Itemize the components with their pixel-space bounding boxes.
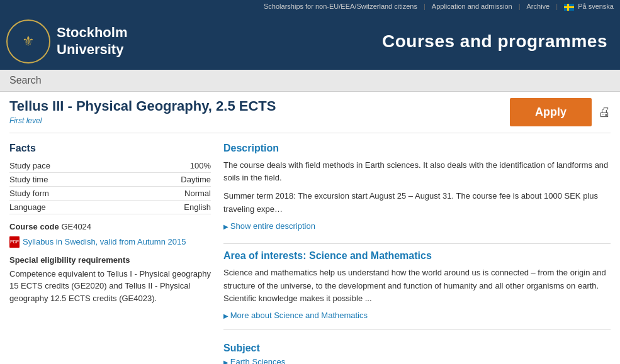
description-text2: Summer term 2018: The excursion start Au… [223,190,611,216]
facts-label: Study form [9,186,126,200]
apply-button[interactable]: Apply [510,98,592,126]
special-eligibility-title: Special eligibility requirements [9,255,211,265]
university-name: Stockholm University [57,25,127,58]
divider-2: | [519,3,521,10]
page-title-area: Tellus III - Physical Geography, 2.5 ECT… [9,98,611,126]
facts-value: 100% [126,159,211,173]
area-title: Area of interests: Science and Mathemati… [223,250,611,262]
page-title: Tellus III - Physical Geography, 2.5 ECT… [9,98,276,114]
subject-section: Subject Earth Sciences [223,343,611,364]
special-eligibility-section: Special eligibility requirements Compete… [9,255,211,305]
facts-value: English [126,200,211,214]
desc-divider [223,243,611,244]
facts-row: Study formNormal [9,186,211,200]
title-block: Tellus III - Physical Geography, 2.5 ECT… [9,98,276,125]
facts-value: Normal [126,186,211,200]
description-section: Description The course deals with field … [223,143,611,231]
header-title: Courses and programmes [382,31,607,52]
facts-row: Study timeDaytime [9,172,211,186]
main-content: Tellus III - Physical Geography, 2.5 ECT… [0,92,620,364]
logo-area: ⚜ Stockholm University [6,19,127,63]
area-text: Science and mathematics help us understa… [223,267,611,306]
search-bar[interactable]: Search [0,70,620,92]
application-link[interactable]: Application and admission [432,3,512,10]
search-label[interactable]: Search [9,75,42,85]
pdf-icon: PDF [9,236,20,248]
facts-value: Daytime [126,172,211,186]
syllabus-link[interactable]: Syllabus in Swedish, valid from Autumn 2… [23,237,186,246]
subject-title: Subject [223,343,611,354]
course-code-label: Course code [9,222,59,231]
area-section: Area of interests: Science and Mathemati… [223,250,611,330]
university-logo: ⚜ [6,19,50,63]
facts-row: Study pace100% [9,159,211,173]
facts-label: Language [9,200,126,214]
facts-label: Study pace [9,159,126,173]
facts-section: Facts Study pace100%Study timeDaytimeStu… [9,143,211,305]
course-code-value: GE4024 [61,222,91,231]
description-text1: The course deals with field methods in E… [223,159,611,185]
divider-3: | [556,3,558,10]
page-level: First level [9,116,276,125]
right-column: Description The course deals with field … [223,143,611,364]
title-divider [9,133,611,133]
scholarships-link[interactable]: Scholarships for non-EU/EEA/Switzerland … [264,3,417,10]
language-link[interactable]: På svenska [564,3,614,11]
course-code-line: Course code GE4024 [9,222,211,231]
facts-label: Study time [9,172,126,186]
earth-sciences-link[interactable]: Earth Sciences [223,357,285,364]
logo-symbol: ⚜ [22,33,35,50]
more-about-link[interactable]: More about Science and Mathematics [223,311,368,320]
left-column: Facts Study pace100%Study timeDaytimeStu… [9,143,211,364]
site-header: ⚜ Stockholm University Courses and progr… [0,13,620,70]
facts-row: LanguageEnglish [9,200,211,214]
special-eligibility-text: Competence equivalent to Tellus I - Phys… [9,268,211,305]
print-icon[interactable]: 🖨 [598,105,611,119]
facts-title: Facts [9,143,211,154]
swedish-flag-icon [564,4,574,11]
apply-area: Apply 🖨 [510,98,611,126]
top-navigation: Scholarships for non-EU/EEA/Switzerland … [0,0,620,13]
description-title: Description [223,143,611,154]
facts-table: Study pace100%Study timeDaytimeStudy for… [9,159,211,214]
archive-link[interactable]: Archive [527,3,550,10]
syllabus-link-area: PDF Syllabus in Swedish, valid from Autu… [9,236,211,248]
show-more-link[interactable]: Show entire description [223,221,315,231]
divider-1: | [424,3,426,10]
two-column-layout: Facts Study pace100%Study timeDaytimeStu… [9,143,611,364]
